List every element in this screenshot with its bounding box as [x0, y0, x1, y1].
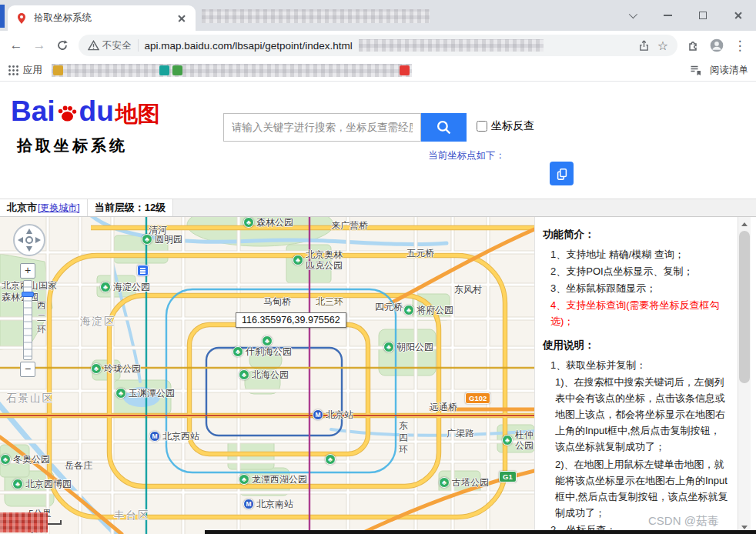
scroll-up-button[interactable] — [738, 218, 751, 230]
park-label: 将府公园 — [416, 305, 453, 315]
map-overlay: 清河来广营桥五元桥马甸桥北三环四元桥东风村海淀区石景山区远通桥广渠路岳各庄丰台区… — [0, 217, 534, 534]
zoom-level-indicator: 当前层级：12级 — [88, 199, 173, 216]
window-edge-accent — [0, 5, 5, 28]
menu-kebab-icon[interactable]: ⋮ — [728, 34, 751, 57]
help-panel: 功能简介： 1、支持地址 精确/模糊 查询；2、支持POI点坐标显示、复制；3、… — [534, 217, 738, 534]
usage-list: 1、获取坐标并复制：1)、在搜索框中搜索关键词后，左侧列表中会有该点的坐标，点击… — [543, 357, 730, 534]
zoom-slider[interactable] — [23, 280, 32, 360]
apps-grid-icon[interactable] — [8, 65, 19, 76]
divider — [138, 39, 139, 52]
park-label: 杜仲公园 — [515, 429, 534, 452]
station-label: 北京南站 — [256, 499, 293, 509]
window-minimize-button[interactable] — [650, 0, 685, 31]
metro-station[interactable]: M北京站 — [313, 409, 353, 420]
park-poi[interactable]: ♣北海公园 — [239, 369, 289, 380]
panel-scrollbar[interactable] — [738, 217, 751, 534]
back-button[interactable]: ← — [5, 34, 28, 57]
app-title: 拾取坐标系统 — [17, 135, 128, 156]
park-poi[interactable]: ♣朝阳公园 — [383, 342, 433, 352]
park-poi[interactable]: ♣北京奥林 匹克公园 — [293, 249, 343, 272]
extensions-puzzle-icon[interactable] — [682, 34, 705, 57]
map-status-bar: 北京市 [更换城市] 当前层级：12级 — [0, 199, 756, 217]
watermark: CSDN @菇毒 — [648, 514, 719, 529]
copy-icon — [555, 167, 569, 181]
park-poi[interactable]: ♣将府公园 — [403, 305, 453, 315]
copy-coordinates-button[interactable] — [550, 162, 574, 185]
scrollbar-thumb[interactable] — [739, 231, 750, 383]
search-button[interactable] — [421, 113, 467, 142]
current-point-label: 当前坐标点如下： — [428, 149, 505, 162]
reload-button[interactable] — [51, 34, 74, 57]
reverse-lookup-checkbox[interactable] — [477, 121, 487, 132]
browser-tab[interactable]: 拾取坐标系统 — [8, 5, 196, 31]
arrow-down-icon — [741, 526, 748, 529]
reverse-lookup-option[interactable]: 坐标反查 — [477, 119, 534, 133]
park-label: 冬奥公园 — [13, 454, 50, 465]
metro-station[interactable]: M北京南站 — [243, 499, 293, 509]
window-menu-button[interactable] — [614, 0, 650, 31]
park-label: 朝阳公园 — [396, 342, 433, 352]
city-selector[interactable]: 北京市 [更换城市] — [0, 199, 88, 216]
change-city-link[interactable]: [更换城市] — [38, 202, 80, 215]
chevron-down-icon — [629, 10, 637, 18]
url-text[interactable]: api.map.baidu.com/lbsapi/getpoint/index.… — [145, 40, 353, 52]
reverse-lookup-label: 坐标反查 — [491, 119, 534, 133]
park-poi[interactable]: ♣古塔公园 — [439, 477, 489, 488]
map-viewport[interactable]: 清河来广营桥五元桥马甸桥北三环四元桥东风村海淀区石景山区远通桥广渠路岳各庄丰台区… — [0, 217, 534, 534]
park-poi[interactable]: ♣玲珑公园 — [91, 363, 141, 374]
bookmark-star-icon[interactable]: ☆ — [657, 38, 668, 53]
road-badge: G102 — [465, 392, 490, 404]
forward-button[interactable]: → — [28, 34, 51, 57]
park-icon: ♣ — [325, 454, 336, 465]
coordinate-tooltip: 116.355976,39.975562 — [236, 312, 346, 328]
metro-station[interactable]: M北京西站 — [149, 431, 199, 442]
reload-icon — [56, 39, 69, 52]
road-badge: G1 — [499, 471, 517, 482]
address-bar[interactable]: 不安全 api.map.baidu.com/lbsapi/getpoint/in… — [79, 35, 677, 56]
profile-avatar[interactable] — [705, 34, 728, 57]
reading-list-button[interactable]: 阅读清单 — [690, 64, 748, 77]
park-poi[interactable]: ♣森林公园 — [243, 217, 293, 228]
map-label: 来广营桥 — [331, 220, 368, 232]
zoom-in-button[interactable]: + — [20, 263, 35, 279]
zoom-slider-handle[interactable] — [22, 292, 34, 297]
window-close-button[interactable] — [721, 0, 756, 31]
park-icon: ♣ — [262, 335, 273, 346]
road-label-vertical: 西 二 环 — [37, 300, 46, 336]
map-label: 石景山区 — [6, 392, 54, 406]
arrow-up-icon — [741, 222, 748, 226]
map-label: 五元桥 — [406, 248, 434, 259]
censored-region — [359, 39, 544, 52]
park-poi[interactable]: ♣冬奥公园 — [0, 454, 50, 465]
tab-close-icon[interactable] — [176, 12, 188, 25]
park-poi[interactable]: ♣玉渊潭公园 — [115, 388, 175, 399]
usage-title: 使用说明： — [543, 339, 730, 352]
park-icon: ♣ — [142, 234, 152, 245]
park-poi[interactable]: ♣海淀公园 — [100, 282, 150, 292]
share-icon[interactable] — [638, 40, 650, 52]
baidu-paw-icon — [56, 102, 79, 124]
park-poi[interactable]: ♣北京园博园 — [12, 479, 72, 489]
map-label: 远通桥 — [430, 402, 457, 413]
park-label: 玉渊潭公园 — [129, 388, 175, 399]
apps-shortcut[interactable]: 应用 — [23, 64, 42, 77]
page-header: Bai du 地图 拾取坐标系统 坐标反查 当前坐标点如下： — [0, 82, 756, 199]
park-poi[interactable]: ♣杜仲公园 — [502, 429, 534, 452]
window-maximize-button[interactable] — [685, 0, 721, 31]
zoom-level-text: 当前层级：12级 — [95, 201, 166, 215]
bottom-edge — [205, 530, 756, 534]
park-label: 古塔公园 — [452, 477, 489, 488]
park-poi[interactable]: ♣圆明园 — [142, 234, 182, 245]
zoom-out-button[interactable]: − — [20, 362, 35, 377]
search-input[interactable] — [223, 113, 421, 142]
pan-control[interactable] — [12, 223, 46, 257]
maximize-icon — [699, 12, 707, 19]
security-label[interactable]: 不安全 — [102, 39, 132, 52]
park-label: 北海公园 — [252, 369, 289, 380]
building-poi-icon[interactable] — [137, 265, 149, 276]
park-icon: ♣ — [239, 474, 249, 485]
censored-favicon — [53, 65, 63, 75]
metro-icon: M — [313, 409, 323, 420]
park-poi[interactable]: ♣什刹海公园 — [232, 346, 292, 357]
park-poi[interactable]: ♣龙潭西湖公园 — [239, 474, 307, 485]
